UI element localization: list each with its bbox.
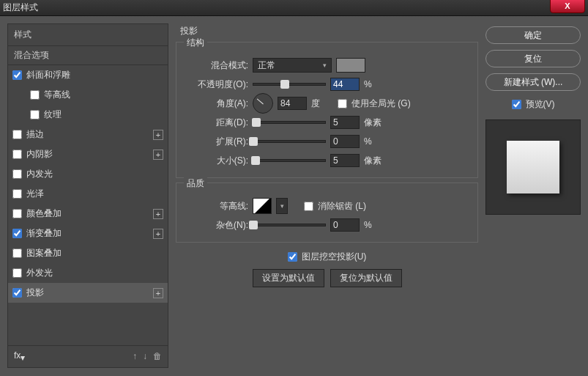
structure-group: 结构 混合模式: 正常▾ 不透明度(O): 44 % 角度(A): 84 度 使… [176,42,478,178]
add-effect-icon[interactable]: + [153,130,163,140]
angle-input[interactable]: 84 [278,97,307,110]
noise-input[interactable]: 0 [330,218,360,232]
sidebar-item-label: 斜面和浮雕 [26,69,70,81]
sidebar-item-label: 外发光 [26,267,53,279]
antialias-checkbox[interactable] [304,202,313,211]
add-effect-icon[interactable]: + [153,209,163,219]
preview-checkbox[interactable] [512,100,521,109]
arrow-up-icon[interactable]: ↑ [133,351,137,361]
sidebar-item-4[interactable]: 内阴影+ [8,144,168,164]
sidebar-item-checkbox[interactable] [12,288,22,298]
sidebar-item-9[interactable]: 图案叠加 [8,243,168,263]
close-button[interactable]: X [550,0,585,13]
reset-button[interactable]: 复位 [485,50,581,67]
preview-label: 预览(V) [526,98,555,111]
panel-title: 投影 [176,23,478,37]
sidebar-item-checkbox[interactable] [12,150,22,159]
trash-icon[interactable]: 🗑 [153,351,162,361]
sidebar-header: 样式 [8,24,168,45]
window-title: 图层样式 [3,1,38,14]
sidebar-item-checkbox[interactable] [30,110,40,119]
sidebar-item-1[interactable]: 等高线 [8,85,168,105]
knockout-label: 图层挖空投影(U) [302,251,367,263]
size-slider[interactable] [253,159,326,162]
size-unit: 像素 [364,155,386,167]
sidebar-item-checkbox[interactable] [12,189,22,199]
preview-swatch [507,141,559,193]
blend-mode-label: 混合模式: [184,59,248,72]
add-effect-icon[interactable]: + [153,229,163,239]
antialias-label: 消除锯齿 (L) [318,200,366,213]
sidebar-item-0[interactable]: 斜面和浮雕 [8,65,168,85]
sidebar-item-5[interactable]: 内发光 [8,164,168,184]
sidebar-item-label: 图案叠加 [26,247,62,259]
contour-swatch[interactable] [253,198,272,214]
add-effect-icon[interactable]: + [153,150,163,160]
reset-default-button[interactable]: 复位为默认值 [330,269,402,287]
noise-unit: % [364,220,386,230]
contour-picker[interactable]: ▾ [276,198,288,214]
chevron-down-icon: ▾ [323,62,327,69]
structure-legend: 结构 [184,37,207,49]
spread-slider[interactable] [253,140,326,143]
blending-options[interactable]: 混合选项 [8,45,168,65]
right-panel: 确定 复位 新建样式 (W)... 预览(V) [485,23,581,368]
noise-label: 杂色(N): [184,219,248,232]
sidebar-item-label: 内阴影 [26,148,53,161]
opacity-unit: % [364,79,386,89]
size-label: 大小(S): [184,155,248,167]
add-effect-icon[interactable]: + [153,288,163,298]
sidebar-item-11[interactable]: 投影+ [8,283,168,303]
sidebar-item-label: 纹理 [44,108,62,121]
chevron-down-icon: ▾ [280,202,284,210]
angle-dial[interactable] [253,93,273,114]
sidebar-item-checkbox[interactable] [12,209,22,218]
quality-legend: 品质 [184,177,207,190]
quality-group: 品质 等高线: ▾ 消除锯齿 (L) 杂色(N): 0 % [176,183,478,243]
opacity-input[interactable]: 44 [330,78,360,91]
distance-unit: 像素 [364,117,386,129]
global-light-checkbox[interactable] [338,99,347,108]
distance-slider[interactable] [253,121,326,124]
sidebar-item-3[interactable]: 描边+ [8,125,168,144]
sidebar-item-2[interactable]: 纹理 [8,105,168,125]
new-style-button[interactable]: 新建样式 (W)... [485,73,581,91]
size-input[interactable]: 5 [330,154,360,167]
sidebar-item-checkbox[interactable] [12,248,22,258]
opacity-slider[interactable] [253,83,326,86]
sidebar-item-8[interactable]: 渐变叠加+ [8,224,168,243]
distance-input[interactable]: 5 [330,116,360,129]
fx-menu[interactable]: fx▾ [14,350,25,363]
shadow-color-swatch[interactable] [336,58,365,73]
sidebar-item-checkbox[interactable] [12,130,22,139]
sidebar-item-label: 描边 [26,128,44,141]
sidebar-item-checkbox[interactable] [12,70,22,80]
angle-label: 角度(A): [184,97,248,110]
sidebar-item-checkbox[interactable] [12,268,22,278]
spread-input[interactable]: 0 [330,135,360,148]
knockout-checkbox[interactable] [288,252,297,262]
set-default-button[interactable]: 设置为默认值 [253,269,324,287]
sidebar-item-label: 内发光 [26,168,53,180]
preview-box [485,119,581,215]
sidebar-footer: fx▾ ↑ ↓ 🗑 [8,345,168,367]
distance-label: 距离(D): [184,117,248,129]
effect-panel: 投影 结构 混合模式: 正常▾ 不透明度(O): 44 % 角度(A): 84 … [176,23,478,368]
sidebar-item-checkbox[interactable] [12,229,22,238]
ok-button[interactable]: 确定 [485,26,581,44]
main: 样式 混合选项 斜面和浮雕等高线纹理描边+内阴影+内发光光泽颜色叠加+渐变叠加+… [0,16,588,375]
blend-mode-select[interactable]: 正常▾ [253,58,332,73]
titlebar: 图层样式 X [0,0,588,16]
arrow-down-icon[interactable]: ↓ [143,351,147,361]
sidebar-item-label: 投影 [26,287,44,299]
sidebar-item-checkbox[interactable] [12,169,22,179]
styles-sidebar: 样式 混合选项 斜面和浮雕等高线纹理描边+内阴影+内发光光泽颜色叠加+渐变叠加+… [7,23,168,368]
noise-slider[interactable] [253,224,326,226]
spread-label: 扩展(R): [184,136,248,148]
sidebar-item-checkbox[interactable] [30,90,40,100]
sidebar-item-7[interactable]: 颜色叠加+ [8,204,168,224]
sidebar-item-label: 颜色叠加 [26,207,62,220]
opacity-label: 不透明度(O): [184,78,248,91]
sidebar-item-10[interactable]: 外发光 [8,263,168,283]
sidebar-item-6[interactable]: 光泽 [8,184,168,204]
